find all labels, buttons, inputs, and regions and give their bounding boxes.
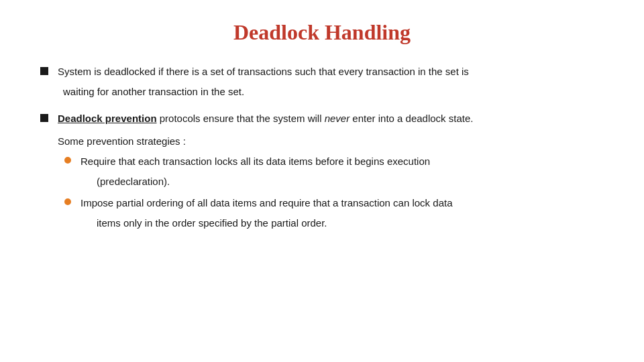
- slide: Deadlock Handling System is deadlocked i…: [0, 0, 644, 362]
- slide-title: Deadlock Handling: [40, 20, 604, 45]
- sub-bullet-item-1: Require that each transaction locks all …: [64, 154, 604, 170]
- sub-section: Some prevention strategies : Require tha…: [58, 133, 604, 231]
- bullet-item-1: System is deadlocked if there is a set o…: [40, 64, 604, 80]
- sub-bullet-text-1: Require that each transaction locks all …: [80, 154, 430, 170]
- prevention-strategies-label: Some prevention strategies :: [58, 133, 604, 149]
- bullet-continuation-1: waiting for another transaction in the s…: [63, 84, 604, 100]
- bullet-item-2: Deadlock prevention protocols ensure tha…: [40, 111, 604, 127]
- deadlock-prevention-label: Deadlock prevention: [58, 113, 157, 124]
- bullet-text-1: System is deadlocked if there is a set o…: [58, 64, 469, 80]
- never-italic: never: [325, 113, 350, 124]
- bullet-square-2: [40, 114, 48, 122]
- sub-bullet-continuation-1: (predeclaration).: [97, 174, 604, 190]
- sub-bullet-circle-1: [64, 157, 71, 164]
- sub-bullet-circle-2: [64, 198, 71, 205]
- bullet-text-2: Deadlock prevention protocols ensure tha…: [58, 111, 473, 127]
- sub-bullet-item-2: Impose partial ordering of all data item…: [64, 195, 604, 211]
- sub-bullet-continuation-2: items only in the order specified by the…: [97, 215, 604, 231]
- sub-bullet-text-2: Impose partial ordering of all data item…: [80, 195, 452, 211]
- bullet-square-1: [40, 67, 48, 75]
